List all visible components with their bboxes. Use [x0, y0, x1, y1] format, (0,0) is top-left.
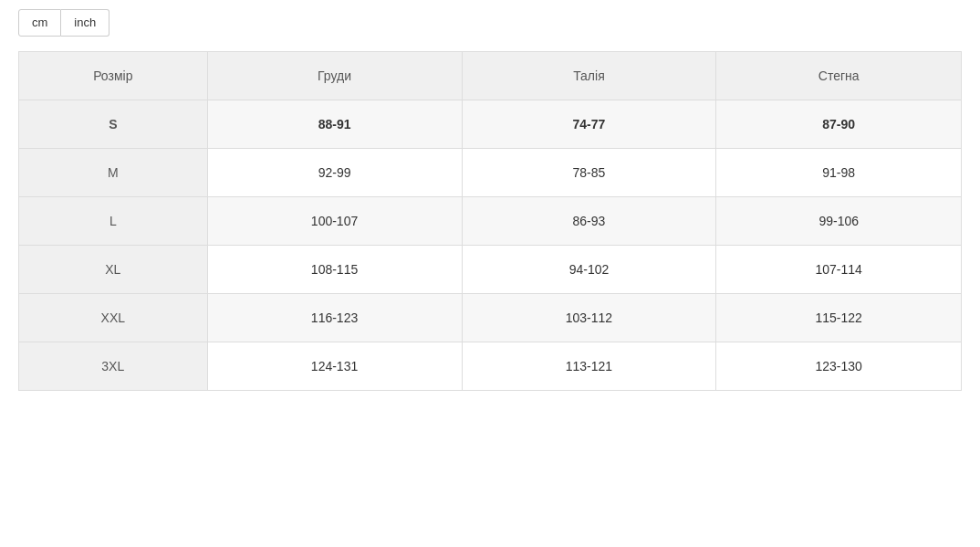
inch-button[interactable]: inch	[61, 9, 109, 37]
unit-toggle-group: cm inch	[18, 9, 962, 37]
table-row: XL108-11594-102107-114	[19, 246, 962, 294]
cell-waist: 74-77	[462, 100, 716, 149]
table-row: M92-9978-8591-98	[19, 149, 962, 197]
cell-waist: 113-121	[462, 342, 716, 391]
table-header-row: Розмір Груди Талія Стегна	[19, 52, 962, 100]
cm-button[interactable]: cm	[18, 9, 61, 37]
table-row: XXL116-123103-112115-122	[19, 294, 962, 342]
cell-hips: 107-114	[716, 246, 962, 294]
cell-chest: 92-99	[207, 149, 462, 197]
cell-chest: 100-107	[207, 197, 462, 246]
cell-size: XXL	[19, 294, 208, 342]
cell-chest: 116-123	[207, 294, 462, 342]
cell-hips: 87-90	[716, 100, 962, 149]
cell-size: M	[19, 149, 208, 197]
cell-waist: 78-85	[462, 149, 716, 197]
cell-waist: 103-112	[462, 294, 716, 342]
table-row: S88-9174-7787-90	[19, 100, 962, 149]
header-hips: Стегна	[716, 52, 962, 100]
cell-size: S	[19, 100, 208, 149]
cell-size: XL	[19, 246, 208, 294]
cell-chest: 124-131	[207, 342, 462, 391]
size-chart-table: Розмір Груди Талія Стегна S88-9174-7787-…	[18, 51, 962, 391]
cell-chest: 88-91	[207, 100, 462, 149]
table-row: L100-10786-9399-106	[19, 197, 962, 246]
header-chest: Груди	[207, 52, 462, 100]
header-waist: Талія	[462, 52, 716, 100]
table-row: 3XL124-131113-121123-130	[19, 342, 962, 391]
cell-waist: 86-93	[462, 197, 716, 246]
cell-hips: 115-122	[716, 294, 962, 342]
header-size: Розмір	[19, 52, 208, 100]
cell-chest: 108-115	[207, 246, 462, 294]
cell-hips: 91-98	[716, 149, 962, 197]
cell-size: 3XL	[19, 342, 208, 391]
cell-hips: 123-130	[716, 342, 962, 391]
cell-hips: 99-106	[716, 197, 962, 246]
cell-size: L	[19, 197, 208, 246]
cell-waist: 94-102	[462, 246, 716, 294]
